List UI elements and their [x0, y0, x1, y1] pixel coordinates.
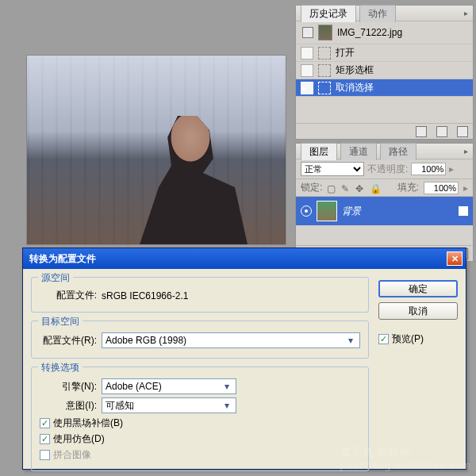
lock-all-icon[interactable]: 🔒	[370, 183, 379, 193]
source-space-group: 源空间 配置文件: sRGB IEC61966-2.1	[31, 277, 369, 313]
history-slot: ▸	[301, 82, 313, 94]
new-doc-icon[interactable]	[436, 126, 447, 137]
tab-history[interactable]: 历史记录	[301, 5, 356, 22]
tab-paths[interactable]: 路径	[380, 143, 416, 160]
marquee-icon	[318, 64, 331, 77]
stepper-icon[interactable]: ▸	[449, 163, 454, 175]
layers-panel-tabs: 图层 通道 路径 ▸	[296, 144, 473, 159]
lock-move-icon[interactable]: ✥	[355, 183, 365, 193]
history-slot	[301, 47, 313, 60]
new-snapshot-icon[interactable]	[416, 126, 427, 137]
conversion-options-group: 转换选项 引擎(N): Adobe (ACE) ▾ 意图(I): 可感知 ▾	[31, 367, 369, 471]
checkbox-checked-icon[interactable]: ✓	[40, 418, 50, 428]
close-icon[interactable]: ✕	[447, 251, 463, 266]
group-title: 目标空间	[38, 315, 83, 328]
dest-space-group: 目标空间 配置文件(R): Adobe RGB (1998) ▾	[31, 321, 369, 359]
source-profile-label: 配置文件:	[40, 289, 97, 302]
fill-label: 填充:	[397, 181, 419, 194]
preview-checkbox-row[interactable]: ✓ 预览(P)	[378, 332, 458, 346]
tab-layers[interactable]: 图层	[301, 143, 337, 160]
intent-label: 意图(I):	[40, 399, 97, 413]
dialog-title: 转换为配置文件	[29, 252, 96, 266]
convert-profile-dialog: 转换为配置文件 ✕ 源空间 配置文件: sRGB IEC61966-2.1 目标…	[22, 248, 466, 470]
engine-value: Adobe (ACE)	[106, 381, 162, 392]
deselect-icon	[318, 82, 331, 94]
tab-actions[interactable]: 动作	[359, 5, 396, 22]
dest-profile-select[interactable]: Adobe RGB (1998) ▾	[102, 332, 360, 348]
group-title: 转换选项	[38, 361, 83, 374]
blend-mode-select[interactable]: 正常	[301, 162, 364, 176]
blackpoint-label: 使用黑场补偿(B)	[53, 416, 123, 430]
history-item-selected[interactable]: ▸ 取消选择	[296, 79, 473, 97]
history-doc-row[interactable]: IMG_71222.jpg	[296, 21, 473, 44]
fill-input[interactable]	[424, 182, 459, 194]
image-content	[27, 56, 286, 244]
chevron-down-icon: ▾	[221, 400, 232, 411]
opacity-input[interactable]	[411, 163, 446, 175]
dither-label: 使用仿色(D)	[53, 432, 105, 446]
history-item-label: 取消选择	[336, 81, 374, 94]
layer-thumb	[317, 201, 337, 221]
lock-transparency-icon[interactable]: ▢	[327, 183, 336, 193]
preview-label: 预览(P)	[392, 332, 424, 346]
flatten-label: 拼合图像	[53, 448, 91, 462]
history-panel: 历史记录 动作 ▸ IMG_71222.jpg 打开 矩形选框 ▸ 取消选择	[295, 5, 474, 140]
history-item-label: 矩形选框	[336, 63, 374, 77]
checkbox-unchecked-icon[interactable]	[40, 450, 50, 460]
tab-channels[interactable]: 通道	[340, 143, 377, 160]
dialog-titlebar[interactable]: 转换为配置文件 ✕	[23, 248, 466, 269]
checkbox-checked-icon[interactable]: ✓	[40, 434, 50, 444]
lock-label: 锁定:	[301, 181, 322, 194]
flatten-checkbox-row[interactable]: 拼合图像	[40, 448, 360, 462]
layers-panel: 图层 通道 路径 ▸ 正常 不透明度: ▸ 锁定: ▢ ✎ ✥ 🔒 填充: ▸ …	[295, 143, 474, 262]
checkbox-checked-icon[interactable]: ✓	[378, 334, 389, 344]
ok-button[interactable]: 确定	[378, 280, 458, 298]
history-item[interactable]: 矩形选框	[296, 62, 473, 79]
stepper-icon[interactable]: ▸	[463, 182, 468, 194]
lock-row: 锁定: ▢ ✎ ✥ 🔒 填充: ▸	[296, 179, 473, 197]
intent-select[interactable]: 可感知 ▾	[102, 397, 236, 413]
history-footer	[296, 123, 473, 139]
engine-label: 引擎(N):	[40, 380, 97, 393]
dest-profile-value: Adobe RGB (1998)	[106, 335, 186, 346]
panel-menu-icon[interactable]: ▸	[464, 147, 468, 155]
blackpoint-checkbox-row[interactable]: ✓ 使用黑场补偿(B)	[40, 416, 360, 430]
history-item-label: 打开	[336, 46, 355, 60]
lock-brush-icon[interactable]: ✎	[341, 183, 351, 193]
trash-icon[interactable]	[457, 126, 468, 137]
history-slot	[301, 64, 313, 77]
document-canvas[interactable]	[26, 55, 286, 245]
doc-thumb	[318, 25, 332, 40]
subject-silhouette	[127, 102, 254, 244]
history-panel-tabs: 历史记录 动作 ▸	[296, 6, 473, 21]
layer-row-selected[interactable]: 背景	[296, 197, 473, 225]
doc-name: IMG_71222.jpg	[337, 27, 402, 38]
source-profile-value: sRGB IEC61966-2.1	[102, 290, 188, 301]
chevron-down-icon: ▾	[344, 335, 356, 346]
history-item[interactable]: 打开	[296, 44, 473, 62]
cancel-button[interactable]: 取消	[378, 302, 458, 320]
engine-select[interactable]: Adobe (ACE) ▾	[102, 378, 236, 394]
panel-menu-icon[interactable]: ▸	[464, 9, 468, 17]
visibility-icon[interactable]	[301, 205, 312, 217]
chevron-down-icon: ▾	[221, 381, 232, 392]
dest-profile-label: 配置文件(R):	[40, 334, 97, 347]
intent-value: 可感知	[106, 399, 134, 413]
open-icon	[318, 47, 331, 60]
history-list: 打开 矩形选框 ▸ 取消选择	[296, 44, 473, 97]
snapshot-icon	[302, 27, 313, 38]
group-title: 源空间	[38, 271, 73, 285]
dialog-body: 源空间 配置文件: sRGB IEC61966-2.1 目标空间 配置文件(R)…	[23, 269, 466, 469]
layer-lock-icon	[459, 206, 468, 216]
opacity-label: 不透明度:	[367, 163, 408, 176]
layer-name: 背景	[342, 205, 361, 218]
blend-row: 正常 不透明度: ▸	[296, 159, 473, 179]
dither-checkbox-row[interactable]: ✓ 使用仿色(D)	[40, 432, 360, 446]
